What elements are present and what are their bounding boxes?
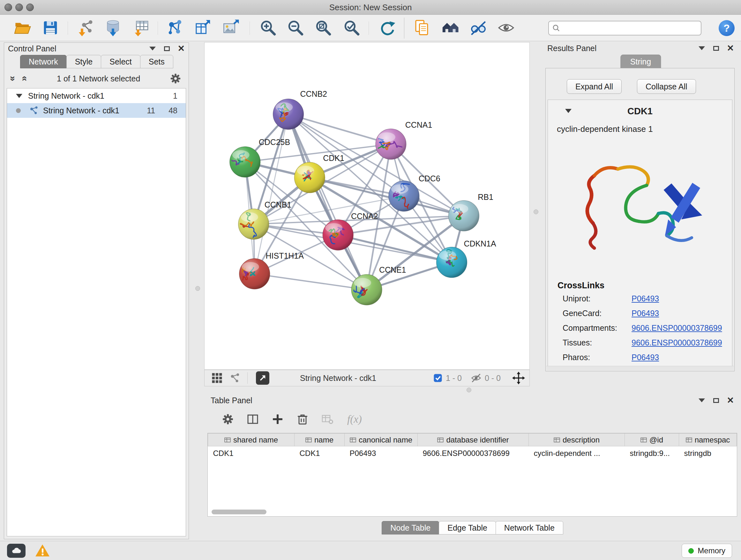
- tab-string[interactable]: String: [620, 55, 661, 69]
- column-header[interactable]: name: [294, 434, 345, 446]
- open-file-button[interactable]: [13, 19, 31, 37]
- column-header[interactable]: canonical name: [345, 434, 418, 446]
- table-settings-gear-icon[interactable]: [221, 412, 235, 426]
- splitter-handle[interactable]: [467, 388, 471, 392]
- panel-collapse-icon[interactable]: [149, 47, 156, 51]
- tab-edge-table[interactable]: Edge Table: [439, 521, 496, 535]
- zoom-selected-button[interactable]: [343, 19, 360, 37]
- network-node[interactable]: [376, 129, 406, 159]
- network-overview-share-icon[interactable]: [229, 373, 240, 383]
- crosslink-link[interactable]: P06493: [631, 294, 659, 307]
- tab-network-table[interactable]: Network Table: [495, 521, 563, 535]
- column-header[interactable]: shared name: [208, 434, 294, 446]
- network-node[interactable]: [235, 209, 269, 240]
- crosslink-link[interactable]: P06493: [631, 309, 659, 321]
- panel-float-icon[interactable]: [713, 46, 719, 51]
- crosslink-link[interactable]: 9606.ENSP00000378699: [631, 338, 722, 351]
- import-table-button[interactable]: [133, 19, 151, 37]
- tab-sets[interactable]: Sets: [140, 55, 173, 68]
- gear-icon[interactable]: [169, 72, 182, 85]
- network-node[interactable]: [436, 247, 467, 278]
- network-graph[interactable]: CCNB2CCNA1CDC25BCDK1CDC6RB1CCNB1CCNA2CDK…: [205, 43, 529, 369]
- network-node[interactable]: [239, 259, 270, 289]
- zoom-fit-button[interactable]: [314, 19, 332, 37]
- add-column-plus-icon[interactable]: [271, 412, 285, 426]
- node-table[interactable]: shared name name canonical name database…: [207, 433, 737, 516]
- collapse-all-button[interactable]: Collapse All: [637, 79, 696, 94]
- toolbar-search[interactable]: [548, 21, 701, 36]
- network-node[interactable]: [294, 162, 325, 193]
- cell-description[interactable]: cyclin-dependent ...: [529, 446, 625, 460]
- cell-shared-name[interactable]: CDK1: [208, 446, 294, 460]
- show-columns-icon[interactable]: [246, 412, 260, 426]
- network-edge[interactable]: [288, 114, 391, 144]
- zoom-out-button[interactable]: [286, 19, 305, 37]
- import-network-file-button[interactable]: [77, 19, 95, 37]
- splitter-handle[interactable]: [534, 209, 538, 214]
- network-node[interactable]: [230, 146, 260, 177]
- memory-button[interactable]: Memory: [682, 544, 732, 558]
- copy-documents-button[interactable]: [413, 19, 431, 37]
- cell-name[interactable]: CDK1: [294, 446, 345, 460]
- birds-eye-view-icon[interactable]: [211, 372, 223, 384]
- network-row[interactable]: String Network - cdk1 11 48: [7, 103, 186, 118]
- warning-button[interactable]: [35, 544, 50, 558]
- network-edge[interactable]: [288, 114, 367, 290]
- cell-id[interactable]: stringdb:9...: [625, 446, 679, 460]
- network-canvas[interactable]: CCNB2CCNA1CDC25BCDK1CDC6RB1CCNB1CCNA2CDK…: [204, 42, 530, 370]
- tab-node-table[interactable]: Node Table: [382, 521, 439, 535]
- splitter-handle[interactable]: [195, 286, 200, 291]
- delete-column-trash-icon[interactable]: [295, 412, 310, 426]
- panel-collapse-icon[interactable]: [698, 46, 705, 50]
- help-button[interactable]: ?: [719, 20, 735, 36]
- network-node[interactable]: [389, 181, 419, 211]
- network-node[interactable]: [323, 220, 353, 250]
- column-header[interactable]: @id: [625, 434, 679, 446]
- cloud-status-button[interactable]: [7, 544, 25, 558]
- save-session-button[interactable]: [42, 19, 59, 37]
- crosslink-link[interactable]: 9606.ENSP00000378699: [631, 323, 722, 336]
- panel-close-icon[interactable]: ✕: [727, 396, 734, 405]
- import-network-database-button[interactable]: [104, 19, 122, 37]
- gene-section-header[interactable]: CDK1: [548, 104, 732, 118]
- network-node[interactable]: [448, 200, 479, 231]
- expander-icon[interactable]: [16, 94, 22, 98]
- results-scrollbar[interactable]: [546, 366, 734, 370]
- zoom-in-button[interactable]: [259, 19, 277, 37]
- table-horizontal-scrollbar[interactable]: [212, 509, 266, 514]
- export-image-button[interactable]: [222, 19, 240, 37]
- search-input[interactable]: [563, 23, 697, 33]
- network-node[interactable]: [273, 99, 304, 130]
- detach-view-button[interactable]: [256, 371, 269, 385]
- refresh-button[interactable]: [378, 19, 396, 37]
- column-header[interactable]: description: [529, 434, 625, 446]
- panel-close-icon[interactable]: ✕: [727, 44, 734, 53]
- hide-labels-button[interactable]: [469, 19, 487, 37]
- panel-close-icon[interactable]: ✕: [178, 44, 185, 53]
- network-edge[interactable]: [255, 274, 367, 290]
- show-details-eye-button[interactable]: [497, 19, 515, 37]
- expand-all-button[interactable]: Expand All: [567, 79, 622, 94]
- home-button[interactable]: [441, 19, 459, 37]
- cell-canonical-name[interactable]: P06493: [345, 446, 418, 460]
- tab-select[interactable]: Select: [101, 55, 140, 68]
- tab-style[interactable]: Style: [66, 55, 102, 68]
- panel-float-icon[interactable]: [713, 398, 719, 403]
- new-network-button[interactable]: [166, 19, 184, 37]
- cell-namespace[interactable]: stringdb: [679, 446, 737, 460]
- network-node[interactable]: [351, 274, 382, 305]
- cell-database-identifier[interactable]: 9606.ENSP00000378699: [418, 446, 529, 460]
- move-crosshair-icon[interactable]: [512, 372, 525, 384]
- column-header[interactable]: database identifier: [418, 434, 529, 446]
- hidden-eye-slash-icon[interactable]: [471, 373, 482, 383]
- crosslink-link[interactable]: P06493: [631, 353, 659, 366]
- selected-checkbox-icon[interactable]: [433, 373, 443, 383]
- panel-collapse-icon[interactable]: [698, 398, 705, 402]
- tab-network[interactable]: Network: [20, 55, 67, 68]
- expand-all-icon[interactable]: »: [18, 76, 29, 81]
- network-collection-row[interactable]: String Network - cdk1 1: [7, 88, 186, 103]
- new-table-button[interactable]: [193, 19, 211, 37]
- collapse-all-icon[interactable]: »: [8, 76, 18, 81]
- column-header[interactable]: namespac: [679, 434, 737, 446]
- table-row[interactable]: CDK1 CDK1 P06493 9606.ENSP00000378699 cy…: [208, 446, 737, 460]
